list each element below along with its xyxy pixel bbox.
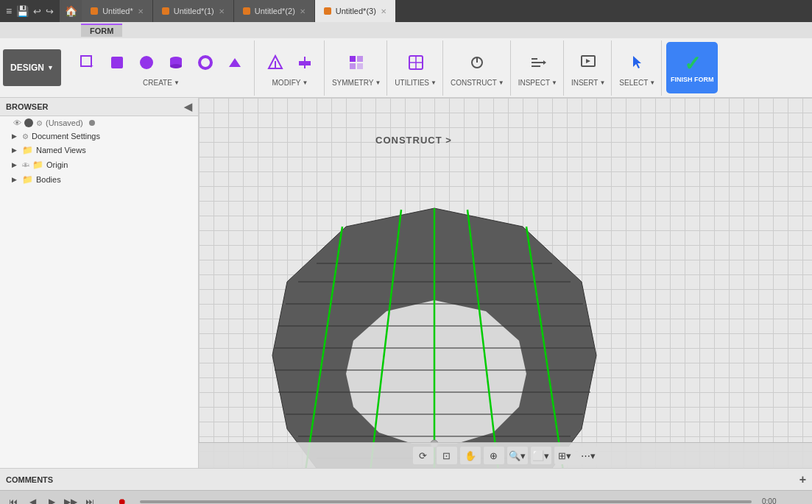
add-comment-icon[interactable]: + [799, 473, 806, 486]
tab-dot [243, 7, 250, 15]
tab-close-btn[interactable]: ✕ [219, 7, 225, 15]
tab-label: Untitled*(1) [174, 7, 214, 15]
construct-label[interactable]: CONSTRUCT ▼ [451, 79, 504, 87]
design-button[interactable]: DESIGN ▼ [3, 49, 61, 86]
grid-btn[interactable]: ⊞▾ [554, 447, 575, 464]
inspect-icon [529, 54, 546, 71]
symmetry-label[interactable]: SYMMETRY ▼ [332, 79, 381, 87]
tab-untitled2[interactable]: Untitled*(1) ✕ [153, 0, 234, 22]
browser-close-icon[interactable]: ◀ [184, 101, 192, 113]
utilities-tool[interactable] [403, 49, 429, 76]
create-torus-icon [197, 54, 214, 71]
tab-untitled1[interactable]: Untitled* ✕ [82, 0, 153, 22]
bottom-toolbar: ⏮ ◀ ▶ ▶▶ ⏭ ⏺ 0:00 [0, 490, 812, 504]
eye-striked-icon[interactable]: 👁 [22, 161, 29, 169]
tab-label: Untitled*(2) [255, 7, 295, 15]
list-item[interactable]: ▶ 📁 Named Views [0, 143, 198, 157]
modify-label[interactable]: MODIFY ▼ [272, 79, 308, 87]
create-sphere-tool[interactable] [133, 49, 160, 76]
svg-rect-16 [350, 63, 356, 69]
step-back-btn[interactable]: ◀ [25, 494, 40, 505]
tab-close-btn[interactable]: ✕ [381, 7, 386, 15]
form-tab[interactable]: FORM [81, 24, 122, 37]
save-icon[interactable]: 💾 [16, 5, 29, 17]
svg-rect-17 [357, 63, 363, 69]
list-item[interactable]: ▶ 👁 📁 Origin [0, 157, 198, 172]
symmetry-tool[interactable] [343, 49, 370, 76]
toolbar-group-inspect: INSPECT ▼ [512, 40, 564, 96]
folder-icon: 📁 [22, 145, 33, 155]
toolbar-group-symmetry: SYMMETRY ▼ [326, 40, 387, 96]
svg-point-7 [200, 57, 211, 68]
create-box-solid-tool[interactable] [104, 49, 130, 76]
toolbar-group-create: + [68, 40, 255, 96]
item-gear-icon[interactable]: ⚙ [36, 119, 43, 127]
title-bar: ≡ 💾 ↩ ↪ 🏠 Untitled* ✕ Untitled*(1) ✕ [0, 0, 812, 22]
symmetry-chevron: ▼ [375, 79, 381, 86]
toolbar-group-select: SELECT ▼ [613, 40, 662, 96]
undo-icon[interactable]: ↩ [33, 6, 41, 17]
zoom-tool[interactable]: ⊕ [484, 447, 504, 464]
step-forward-btn[interactable]: ▶▶ [63, 494, 78, 505]
create-plane-tool[interactable] [222, 49, 248, 76]
select-label[interactable]: SELECT ▼ [619, 79, 655, 87]
utilities-label[interactable]: UTILITIES ▼ [395, 79, 437, 87]
toolbar-group-construct: CONSTRUCT ▼ [445, 40, 511, 96]
modify-move-tool[interactable] [292, 49, 318, 76]
home-view-tool[interactable]: ⊡ [437, 447, 457, 464]
list-item[interactable]: 👁 ⚙ (Unsaved) [0, 116, 198, 129]
skip-start-btn[interactable]: ⏮ [6, 494, 21, 505]
svg-marker-8 [229, 58, 241, 67]
display-mode-btn[interactable]: ⬜▾ [531, 447, 551, 464]
tab-untitled4[interactable]: Untitled*(3) ✕ [315, 0, 396, 22]
origin-label: Origin [46, 160, 68, 169]
toolbar: FORM DESIGN ▼ + [0, 22, 812, 98]
toolbar-group-insert: INSERT ▼ [565, 40, 612, 96]
create-cylinder-icon [167, 54, 185, 71]
select-icon [629, 54, 646, 71]
inspect-tool[interactable] [524, 49, 551, 76]
create-box-solid-icon [108, 54, 126, 71]
viewport[interactable]: CONSTRUCT > [199, 98, 812, 468]
timeline-bar[interactable] [140, 500, 752, 503]
browser-label: BROWSER [6, 102, 48, 111]
create-cylinder-tool[interactable] [163, 49, 189, 76]
create-label[interactable]: CREATE ▼ [143, 79, 180, 87]
tab-close-btn[interactable]: ✕ [300, 7, 306, 15]
create-torus-tool[interactable] [192, 49, 219, 76]
insert-label[interactable]: INSERT ▼ [571, 79, 605, 87]
record-icon[interactable]: ⏺ [115, 494, 130, 505]
select-tools [624, 49, 651, 76]
tab-close-btn[interactable]: ✕ [138, 7, 144, 15]
svg-marker-26 [543, 60, 546, 65]
play-btn[interactable]: ▶ [44, 494, 59, 505]
tab-dot [91, 7, 98, 15]
pan-tool[interactable]: ✋ [460, 447, 481, 464]
inspect-label[interactable]: INSPECT ▼ [518, 79, 557, 87]
tab-untitled3[interactable]: Untitled*(2) ✕ [234, 0, 315, 22]
home-button[interactable]: 🏠 [60, 0, 82, 22]
redo-icon[interactable]: ↪ [46, 6, 54, 17]
item-circle-icon [24, 118, 33, 127]
create-plane-icon [226, 54, 244, 71]
select-tool[interactable] [624, 49, 651, 76]
create-box-tool[interactable]: + [74, 49, 101, 76]
toolbar-row: DESIGN ▼ + [0, 38, 812, 97]
insert-tool[interactable] [575, 49, 601, 76]
finish-form-button[interactable]: ✓ FINISH FORM [666, 42, 718, 93]
eye-icon[interactable]: 👁 [13, 118, 21, 127]
construct-tool[interactable] [464, 49, 490, 76]
modify-chevron: ▼ [302, 79, 308, 86]
list-item[interactable]: ▶ 📁 Bodies [0, 172, 198, 187]
skip-end-btn[interactable]: ⏭ [82, 494, 97, 505]
menu-icon[interactable]: ≡ [6, 5, 12, 17]
orbit-tool[interactable]: ⟳ [413, 447, 434, 464]
svg-marker-28 [586, 59, 590, 63]
item-gear-icon[interactable]: ⚙ [22, 132, 29, 141]
svg-rect-15 [357, 56, 363, 62]
list-item[interactable]: ▶ ⚙ Document Settings [0, 129, 198, 143]
svg-point-3 [140, 56, 153, 69]
more-tools-btn[interactable]: ⋯▾ [578, 447, 599, 464]
zoom-menu[interactable]: 🔍▾ [507, 447, 528, 464]
modify-edit-tool[interactable] [262, 49, 289, 76]
